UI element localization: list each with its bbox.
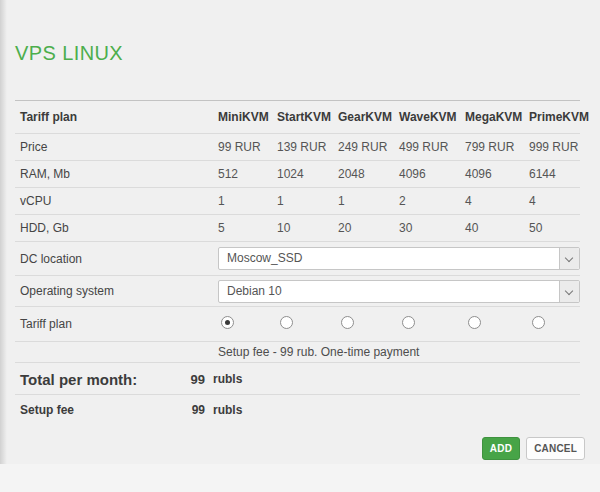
ram-value: 2048 <box>338 167 399 181</box>
tariff-table: Tariff plan MiniKVM StartKVM GearKVM Wav… <box>15 100 580 425</box>
setup-fee-unit: rubls <box>213 403 242 417</box>
setup-fee-value: 99 <box>175 403 205 417</box>
vcpu-value: 2 <box>399 194 465 208</box>
price-value: 799 RUR <box>465 140 529 154</box>
price-value: 499 RUR <box>399 140 465 154</box>
chevron-down-icon[interactable] <box>559 248 579 269</box>
table-header-row: Tariff plan MiniKVM StartKVM GearKVM Wav… <box>15 101 580 134</box>
tariff-plan-radio[interactable] <box>221 316 234 329</box>
ram-value: 1024 <box>277 167 338 181</box>
vcpu-value: 1 <box>277 194 338 208</box>
vcpu-value: 1 <box>218 194 277 208</box>
tariff-plan-radio[interactable] <box>532 316 545 329</box>
operating-system-selected-value: Debian 10 <box>227 284 282 298</box>
table-row-operating-system: Operating system Debian 10 <box>15 276 580 307</box>
tariff-plan-radio[interactable] <box>341 316 354 329</box>
total-value: 99 <box>175 371 205 386</box>
tariff-plan-radio[interactable] <box>280 316 293 329</box>
hdd-value: 30 <box>399 221 465 235</box>
dc-location-selected-value: Moscow_SSD <box>227 251 302 265</box>
total-per-month-row: Total per month: 99 rubls <box>15 363 580 395</box>
hdd-value: 40 <box>465 221 529 235</box>
plan-header-wavekvm: WaveKVM <box>399 110 465 124</box>
row-label: HDD, Gb <box>15 221 218 235</box>
ram-value: 4096 <box>399 167 465 181</box>
header-label: Tariff plan <box>15 110 218 124</box>
row-label: Price <box>15 140 218 154</box>
table-row-hdd: HDD, Gb 5 10 20 30 40 50 <box>15 215 580 242</box>
cancel-button[interactable]: CANCEL <box>526 437 585 460</box>
operating-system-select[interactable]: Debian 10 <box>218 280 580 303</box>
row-label: vCPU <box>15 194 218 208</box>
hdd-value: 50 <box>529 221 580 235</box>
hdd-value: 20 <box>338 221 399 235</box>
row-label: RAM, Mb <box>15 167 218 181</box>
plan-header-startkvm: StartKVM <box>277 110 338 124</box>
ram-value: 6144 <box>529 167 580 181</box>
tariff-plan-choice-label: Tariff plan <box>15 317 218 331</box>
setup-fee-label: Setup fee <box>20 403 74 417</box>
vps-order-page: VPS LINUX Tariff plan MiniKVM StartKVM G… <box>0 0 600 492</box>
form-actions: ADD CANCEL <box>482 437 585 460</box>
add-button[interactable]: ADD <box>482 437 520 460</box>
price-value: 99 RUR <box>218 140 277 154</box>
page-title: VPS LINUX <box>15 42 123 65</box>
price-value: 999 RUR <box>529 140 580 154</box>
price-value: 249 RUR <box>338 140 399 154</box>
table-row-vcpu: vCPU 1 1 1 2 4 4 <box>15 188 580 215</box>
plan-header-minikvm: MiniKVM <box>218 110 277 124</box>
table-row-dc-location: DC location Moscow_SSD <box>15 242 580 276</box>
table-row-tariff-plan-choice: Tariff plan <box>15 307 580 342</box>
hdd-value: 10 <box>277 221 338 235</box>
hdd-value: 5 <box>218 221 277 235</box>
plan-header-primekvm: PrimeKVM <box>529 110 580 124</box>
dc-location-label: DC location <box>15 252 218 266</box>
total-unit: rubls <box>213 372 242 386</box>
operating-system-label: Operating system <box>15 284 218 298</box>
setup-fee-row: Setup fee 99 rubls <box>15 395 580 425</box>
setup-fee-note: Setup fee - 99 rub. One-time payment <box>218 345 419 359</box>
plan-header-gearkvm: GearKVM <box>338 110 399 124</box>
vcpu-value: 1 <box>338 194 399 208</box>
ram-value: 4096 <box>465 167 529 181</box>
price-value: 139 RUR <box>277 140 338 154</box>
plan-header-megakvm: MegaKVM <box>465 110 529 124</box>
table-row-ram: RAM, Mb 512 1024 2048 4096 4096 6144 <box>15 161 580 188</box>
setup-fee-note-row: Setup fee - 99 rub. One-time payment <box>15 342 580 363</box>
tariff-plan-radio[interactable] <box>402 316 415 329</box>
content-panel: VPS LINUX Tariff plan MiniKVM StartKVM G… <box>0 0 600 464</box>
chevron-down-icon[interactable] <box>559 281 579 302</box>
vcpu-value: 4 <box>465 194 529 208</box>
table-row-price: Price 99 RUR 139 RUR 249 RUR 499 RUR 799… <box>15 134 580 161</box>
ram-value: 512 <box>218 167 277 181</box>
vcpu-value: 4 <box>529 194 580 208</box>
dc-location-select[interactable]: Moscow_SSD <box>218 247 580 270</box>
total-label: Total per month: <box>20 370 137 387</box>
tariff-plan-radio[interactable] <box>468 316 481 329</box>
